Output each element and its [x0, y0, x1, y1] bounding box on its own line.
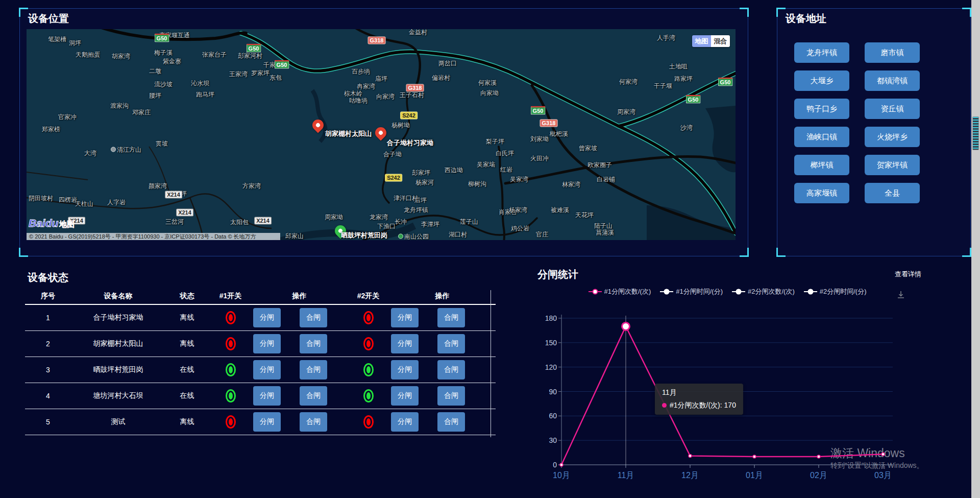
operation-cell: 分闸合闸 [390, 412, 495, 432]
address-button[interactable]: 贺家坪镇 [865, 155, 920, 175]
device-name: 合子坳村习家坳 [71, 313, 165, 322]
open-switch-button[interactable]: 分闸 [391, 386, 419, 406]
switch-indicator-1 [226, 389, 236, 402]
open-switch-button[interactable]: 分闸 [253, 308, 281, 327]
page-scrollbar[interactable] [971, 0, 980, 498]
open-switch-button[interactable]: 分闸 [391, 360, 419, 380]
close-switch-button[interactable]: 合闸 [437, 386, 465, 406]
y-tick-label: 90 [549, 388, 557, 396]
close-switch-button[interactable]: 合闸 [437, 360, 465, 380]
map-place-label: 贯坡 [156, 139, 168, 148]
open-switch-button[interactable]: 分闸 [391, 308, 419, 327]
open-switch-button[interactable]: 分闸 [253, 412, 281, 432]
close-switch-button[interactable]: 合闸 [437, 412, 465, 432]
table-row: 1合子坳村习家坳离线分闸合闸分闸合闸 [25, 305, 496, 331]
map-type-option-hybrid[interactable]: 混合 [711, 35, 730, 47]
open-switch-button[interactable]: 分闸 [391, 334, 419, 353]
road-badge: G318 [540, 120, 558, 127]
address-button[interactable]: 都镇湾镇 [865, 70, 920, 91]
close-switch-button[interactable]: 合闸 [300, 360, 327, 380]
road-x214 [190, 198, 203, 236]
switch-indicator-1 [226, 415, 236, 429]
address-button[interactable]: 榔坪镇 [794, 155, 849, 175]
operation-cell: 分闸合闸 [252, 386, 347, 406]
address-button[interactable]: 鸭子口乡 [794, 99, 849, 119]
row-index: 3 [25, 366, 71, 374]
download-icon[interactable] [896, 290, 905, 301]
row-index: 2 [25, 340, 71, 348]
legend-item[interactable]: #1分闸次数/(次) [589, 287, 651, 296]
indicator-core [366, 314, 371, 321]
corner-decoration [962, 8, 971, 17]
map-place-label: 四楞岩 [59, 196, 77, 204]
map-place-label: 鸡公岩 [511, 224, 529, 233]
open-switch-button[interactable]: 分闸 [253, 334, 281, 353]
legend-item[interactable]: #1分闸时间/(分) [660, 287, 723, 296]
map-type-toggle[interactable]: 地图 混合 [692, 35, 730, 47]
legend-line-icon [732, 289, 745, 295]
operation-cell: 分闸合闸 [252, 308, 347, 327]
open-switch-button[interactable]: 分闸 [253, 386, 281, 406]
address-button[interactable]: 龙舟坪镇 [794, 42, 849, 63]
address-button[interactable]: 资丘镇 [865, 99, 920, 119]
baidu-logo: Baidu地图 [29, 217, 75, 229]
address-button[interactable]: 渔峡口镇 [794, 127, 849, 147]
indicator-core [229, 418, 233, 425]
baidu-map[interactable]: 笔架槽洞坪天鹅抱蛋胡家湾高家堰互通梅子溪紫金寨二墩流沙坡沁水坝腰坪跑马坪渡家沟邓… [27, 29, 736, 240]
device-name: 塘坊河村大石坝 [71, 391, 165, 400]
map-place-label: 南山公园 [398, 232, 429, 241]
x-tick-label: 02月 [810, 471, 827, 480]
scrollbar-thumb[interactable] [972, 116, 979, 150]
y-tick-label: 150 [545, 339, 557, 347]
close-switch-button[interactable]: 合闸 [300, 386, 327, 406]
map-place-label: 方家湾 [242, 182, 261, 191]
operation-cell: 分闸合闸 [390, 386, 495, 406]
close-switch-button[interactable]: 合闸 [300, 308, 327, 327]
indicator-core [366, 418, 371, 425]
close-switch-button[interactable]: 合闸 [300, 412, 327, 432]
legend-label: #1分闸次数/(次) [604, 287, 651, 296]
map-place-label: 天花坪 [575, 211, 594, 220]
device-location-title: 设备位置 [28, 12, 69, 26]
address-button[interactable]: 磨市镇 [865, 42, 920, 63]
map-place-label: 曾家坡 [579, 144, 597, 153]
data-point [817, 455, 820, 458]
table-row: 3晒鼓坪村荒田岗在线分闸合闸分闸合闸 [25, 357, 496, 383]
road-badge: S242 [400, 112, 418, 120]
map-place-label: 偏岩村 [432, 74, 450, 82]
map-place-label: 洞坪 [69, 39, 81, 48]
road-badge: G50 [531, 106, 546, 115]
address-button[interactable]: 大堰乡 [794, 70, 849, 91]
legend-item[interactable]: #2分闸次数/(次) [732, 287, 795, 296]
map-place-label: 人字岩 [107, 198, 126, 207]
close-switch-button[interactable]: 合闸 [300, 334, 327, 353]
address-button-grid: 龙舟坪镇磨市镇大堰乡都镇湾镇鸭子口乡资丘镇渔峡口镇火烧坪乡榔坪镇贺家坪镇高家堰镇… [794, 42, 920, 203]
y-tick-label: 180 [545, 314, 557, 322]
address-button[interactable]: 高家堰镇 [794, 183, 849, 203]
map-place-label: 干子堰 [654, 82, 672, 90]
view-details-link[interactable]: 查看详情 [895, 270, 921, 279]
column-header: 序号 [25, 292, 71, 301]
open-switch-button[interactable]: 分闸 [253, 360, 281, 380]
open-switch-button[interactable]: 分闸 [391, 412, 419, 432]
map-place-label: 东包 [270, 74, 282, 82]
address-button[interactable]: 全县 [865, 183, 920, 203]
map-type-option-map[interactable]: 地图 [692, 35, 711, 47]
map-place-label: 紫金寨 [163, 57, 181, 66]
data-point [560, 463, 563, 466]
table-row: 4塘坊河村大石坝在线分闸合闸分闸合闸 [25, 383, 496, 409]
close-switch-button[interactable]: 合闸 [437, 308, 465, 327]
indicator-core [229, 392, 233, 399]
map-place-label: 龙舟坪镇 [404, 206, 428, 215]
map-place-label: 清江方山 [111, 146, 141, 154]
close-switch-button[interactable]: 合闸 [437, 334, 465, 353]
map-place-label: 邱家山 [285, 232, 304, 241]
tooltip-entry-text: #1分闸次数/(次): 170 [670, 401, 736, 409]
legend-label: #2分闸次数/(次) [748, 287, 795, 296]
address-button[interactable]: 火烧坪乡 [865, 127, 920, 147]
legend-item[interactable]: #2分闸时间/(分) [804, 287, 867, 296]
switch-cell [209, 363, 252, 376]
table-scrollbar[interactable] [491, 290, 491, 437]
status-text: 在线 [165, 391, 209, 400]
map-place-label: 太阳包 [230, 218, 249, 227]
